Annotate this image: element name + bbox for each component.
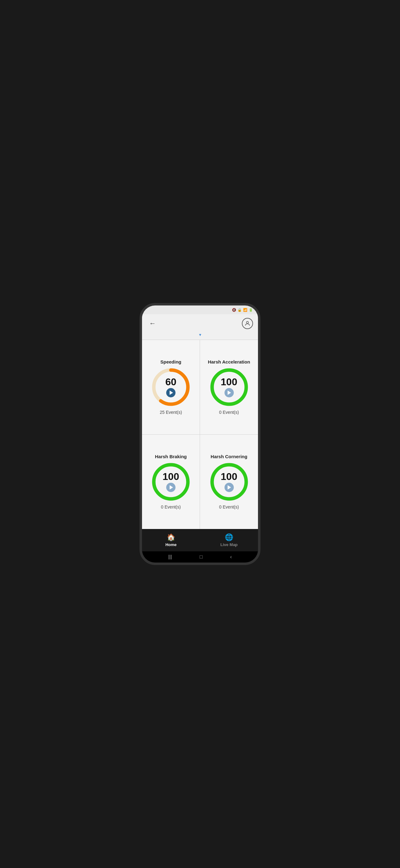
home-button[interactable]: □: [200, 554, 203, 560]
nav-item-home[interactable]: 🏠 Home: [142, 531, 200, 550]
gauge-score-speeding: 60: [165, 377, 176, 387]
nav-icon-home: 🏠: [167, 533, 175, 541]
gauge-score-harsh-acceleration: 100: [221, 377, 237, 387]
gauge-harsh-braking: 100: [151, 462, 191, 502]
lock-icon: 🔒: [237, 308, 242, 312]
play-button-harsh-acceleration[interactable]: [225, 388, 234, 397]
play-icon-harsh-cornering: [228, 485, 231, 490]
svg-point-0: [246, 321, 249, 323]
play-button-speeding[interactable]: [166, 388, 175, 397]
metric-label-harsh-cornering: Harsh Cornering: [210, 454, 247, 459]
metric-label-harsh-acceleration: Harsh Acceleration: [208, 359, 250, 365]
gauge-score-harsh-braking: 100: [163, 471, 179, 482]
gauge-speeding: 60: [151, 367, 191, 407]
gauge-harsh-acceleration: 100: [209, 367, 249, 407]
play-icon-harsh-braking: [170, 485, 173, 490]
phone-frame: 🔇 🔒 📶 🔋 ← ▾ Speeding: [139, 303, 261, 565]
metric-events-speeding: 25 Event(s): [160, 410, 182, 415]
play-button-harsh-braking[interactable]: [166, 483, 175, 492]
mute-icon: 🔇: [232, 308, 236, 312]
metric-cell-speeding: Speeding 60 25 Event(s): [142, 340, 200, 435]
nav-item-live-map[interactable]: 🌐 Live Map: [200, 531, 258, 550]
play-icon-speeding: [170, 391, 173, 395]
metric-label-harsh-braking: Harsh Braking: [155, 454, 187, 459]
chevron-container: ▾: [142, 332, 258, 340]
bottom-nav: 🏠 Home 🌐 Live Map: [142, 529, 258, 551]
metric-label-speeding: Speeding: [160, 359, 181, 365]
metric-events-harsh-cornering: 0 Event(s): [219, 504, 239, 509]
gauge-score-harsh-cornering: 100: [221, 471, 237, 482]
gauge-inner-harsh-acceleration: 100: [209, 367, 249, 407]
nav-label-home: Home: [165, 542, 176, 547]
metrics-grid: Speeding 60 25 Event(s) Harsh Accelerati…: [142, 340, 258, 529]
android-nav: ||| □ ‹: [142, 551, 258, 562]
app-content: ← ▾ Speeding: [142, 314, 258, 529]
metric-cell-harsh-braking: Harsh Braking 100 0 Event(s): [142, 435, 200, 529]
metric-cell-harsh-cornering: Harsh Cornering 100 0 Event(s): [200, 435, 258, 529]
header: ←: [142, 314, 258, 332]
gauge-inner-speeding: 60: [151, 367, 191, 407]
play-icon-harsh-acceleration: [228, 391, 231, 395]
profile-button[interactable]: [242, 318, 253, 329]
back-icon: ←: [149, 319, 156, 328]
back-nav-button[interactable]: ‹: [230, 554, 232, 560]
metric-events-harsh-acceleration: 0 Event(s): [219, 410, 239, 415]
metric-cell-harsh-acceleration: Harsh Acceleration 100 0 Event(s): [200, 340, 258, 435]
gauge-inner-harsh-cornering: 100: [209, 462, 249, 502]
nav-icon-live-map: 🌐: [225, 533, 233, 541]
profile-icon: [244, 320, 251, 327]
gauge-inner-harsh-braking: 100: [151, 462, 191, 502]
metric-events-harsh-braking: 0 Event(s): [161, 504, 181, 509]
chevron-down-icon: ▾: [199, 332, 201, 337]
play-button-harsh-cornering[interactable]: [225, 483, 234, 492]
status-icons: 🔇 🔒 📶 🔋: [232, 308, 253, 312]
status-bar: 🔇 🔒 📶 🔋: [142, 306, 258, 314]
back-button[interactable]: ←: [147, 318, 158, 329]
gauge-harsh-cornering: 100: [209, 462, 249, 502]
nav-label-live-map: Live Map: [221, 542, 238, 547]
recents-button[interactable]: |||: [168, 554, 172, 560]
battery-icon: 🔋: [249, 308, 253, 312]
wifi-icon: 📶: [243, 308, 247, 312]
